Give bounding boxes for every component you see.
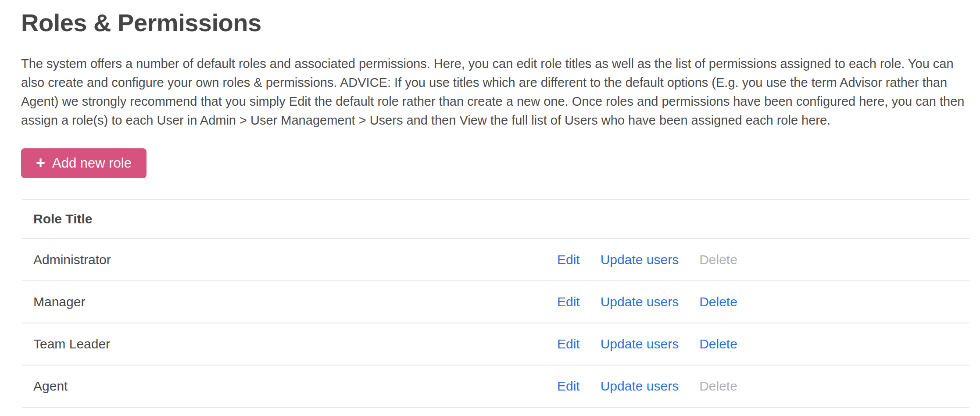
role-actions-cell: EditUpdate usersDelete bbox=[557, 379, 969, 394]
roles-permissions-page: Roles & Permissions The system offers a … bbox=[0, 0, 980, 408]
role-actions-cell: EditUpdate usersDelete bbox=[557, 252, 969, 267]
delete-link: Delete bbox=[699, 252, 737, 267]
edit-link[interactable]: Edit bbox=[557, 252, 580, 267]
table-row: Agent EditUpdate usersDelete bbox=[22, 366, 969, 408]
table-header-row: Role Title bbox=[22, 199, 969, 239]
table-row: Administrator EditUpdate usersDelete bbox=[22, 239, 969, 281]
plus-icon: + bbox=[36, 155, 45, 171]
update-users-link[interactable]: Update users bbox=[601, 379, 679, 394]
add-new-role-button[interactable]: + Add new role bbox=[21, 148, 147, 178]
table-row: Team Leader EditUpdate usersDelete bbox=[22, 323, 969, 366]
update-users-link[interactable]: Update users bbox=[601, 294, 679, 309]
role-title-cell: Agent bbox=[22, 379, 557, 394]
role-title-cell: Administrator bbox=[22, 252, 557, 267]
edit-link[interactable]: Edit bbox=[557, 379, 580, 394]
edit-link[interactable]: Edit bbox=[557, 294, 580, 309]
update-users-link[interactable]: Update users bbox=[601, 337, 679, 351]
page-title: Roles & Permissions bbox=[21, 5, 969, 40]
roles-table: Role Title Administrator EditUpdate user… bbox=[22, 199, 969, 408]
delete-link[interactable]: Delete bbox=[699, 337, 737, 351]
delete-link: Delete bbox=[699, 379, 737, 394]
update-users-link[interactable]: Update users bbox=[601, 252, 679, 267]
table-body: Administrator EditUpdate usersDelete Man… bbox=[22, 239, 969, 408]
role-title-cell: Team Leader bbox=[22, 337, 557, 351]
column-header-role-title: Role Title bbox=[33, 212, 92, 226]
role-actions-cell: EditUpdate usersDelete bbox=[557, 337, 969, 351]
delete-link[interactable]: Delete bbox=[699, 294, 737, 309]
role-actions-cell: EditUpdate usersDelete bbox=[557, 294, 969, 309]
table-row: Manager EditUpdate usersDelete bbox=[22, 281, 969, 323]
edit-link[interactable]: Edit bbox=[557, 337, 580, 351]
role-title-cell: Manager bbox=[22, 294, 557, 309]
add-new-role-label: Add new role bbox=[52, 155, 132, 171]
page-description: The system offers a number of default ro… bbox=[21, 54, 969, 130]
